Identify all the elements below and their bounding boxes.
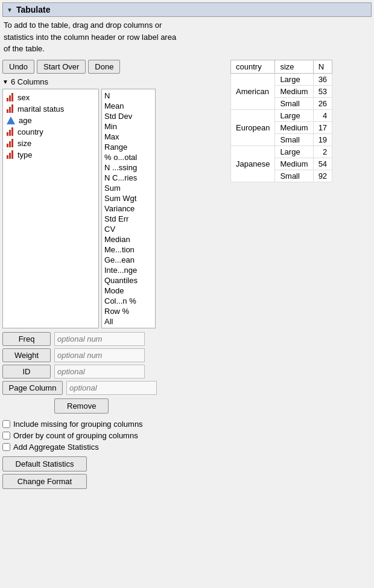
order-checkbox[interactable] [2, 432, 10, 439]
page-column-button[interactable]: Page Column [2, 381, 63, 395]
list-item[interactable]: Min [102, 121, 155, 132]
bar-chart-icon [7, 104, 15, 113]
list-item[interactable]: marital status [5, 103, 96, 115]
missing-checkbox-row[interactable]: Include missing for grouping columns [2, 420, 226, 429]
size-cell: Medium [275, 121, 313, 133]
list-item[interactable]: Inte...nge [102, 265, 155, 275]
list-item[interactable]: Max [102, 132, 155, 142]
page-column-input[interactable] [66, 381, 157, 395]
list-item[interactable]: country [5, 126, 96, 138]
remove-row: Remove [2, 397, 226, 414]
list-item[interactable]: type [5, 149, 96, 161]
right-panel: country size N American Large 36 Medium … [230, 60, 372, 489]
column-name: type [17, 150, 33, 159]
main-panel: ▼ Tabulate To add to the table, drag and… [0, 0, 374, 491]
bottom-buttons: Default Statistics Change Format [2, 456, 226, 489]
list-item[interactable]: N ...ssing [102, 162, 155, 173]
list-item[interactable]: Sum Wgt [102, 193, 155, 203]
size-cell: Medium [275, 85, 313, 97]
column-name: age [19, 116, 32, 125]
bar-chart-icon [7, 93, 15, 101]
weight-input[interactable] [54, 348, 145, 362]
default-stats-button[interactable]: Default Statistics [2, 456, 87, 471]
list-item[interactable]: Variance [102, 203, 155, 214]
undo-button[interactable]: Undo [2, 60, 34, 74]
aggregate-label: Add Aggregate Statistics [13, 443, 99, 452]
id-input[interactable] [54, 365, 145, 379]
bar-chart-icon [7, 150, 15, 159]
list-item[interactable]: Mode [102, 286, 155, 296]
n-cell: 53 [313, 85, 332, 97]
freq-button[interactable]: Freq [2, 332, 51, 346]
list-item[interactable]: CV [102, 224, 155, 234]
order-label: Order by count of grouping columns [13, 431, 138, 440]
list-item[interactable]: Range [102, 142, 155, 152]
size-cell: Small [275, 97, 313, 109]
title-bar: ▼ Tabulate [2, 2, 372, 17]
table-row: European Large 4 [231, 109, 332, 121]
list-item[interactable]: Me...tion [102, 244, 155, 255]
list-item[interactable]: Std Dev [102, 111, 155, 121]
content-area: Undo Start Over Done ▼ 6 Columns sex [2, 60, 372, 489]
table-row: Japanese Large 2 [231, 145, 332, 158]
n-cell: 2 [313, 145, 332, 158]
column-name: size [17, 139, 31, 148]
missing-checkbox[interactable] [2, 420, 10, 428]
col-country-header: country [231, 60, 275, 73]
column-list: sex marital status age [2, 89, 99, 328]
controls-area: Freq Weight ID Page Column Remove [2, 332, 226, 414]
columns-arrow-icon: ▼ [2, 78, 8, 85]
weight-button[interactable]: Weight [2, 348, 51, 362]
list-item[interactable]: Std Err [102, 214, 155, 224]
country-cell: European [231, 109, 275, 145]
id-button[interactable]: ID [2, 365, 51, 379]
list-item[interactable]: % o...otal [102, 152, 155, 162]
list-item[interactable]: Mean [102, 101, 155, 111]
column-name: sex [17, 93, 30, 102]
n-cell: 54 [313, 158, 332, 170]
aggregate-checkbox-row[interactable]: Add Aggregate Statistics [2, 443, 226, 452]
n-cell: 92 [313, 170, 332, 182]
list-item[interactable]: Sum [102, 183, 155, 193]
aggregate-checkbox[interactable] [2, 443, 10, 451]
list-item[interactable]: Row % [102, 306, 155, 316]
columns-count: 6 Columns [11, 77, 48, 86]
list-item[interactable]: All [102, 316, 155, 327]
list-item[interactable]: age [5, 115, 96, 126]
size-cell: Large [275, 145, 313, 158]
start-over-button[interactable]: Start Over [37, 60, 86, 74]
order-checkbox-row[interactable]: Order by count of grouping columns [2, 431, 226, 440]
table-header-row: country size N [231, 60, 332, 73]
weight-row: Weight [2, 348, 226, 362]
country-cell: American [231, 73, 275, 109]
change-format-button[interactable]: Change Format [2, 474, 87, 489]
list-item[interactable]: Median [102, 234, 155, 244]
remove-button[interactable]: Remove [54, 398, 109, 414]
column-name: marital status [17, 104, 64, 113]
list-item[interactable]: N C...ries [102, 173, 155, 183]
list-item[interactable]: size [5, 138, 96, 149]
collapse-icon[interactable]: ▼ [7, 7, 13, 13]
size-cell: Small [275, 133, 313, 145]
list-item[interactable]: sex [5, 92, 96, 103]
col-size-header: size [275, 60, 313, 73]
freq-input[interactable] [54, 332, 145, 346]
size-cell: Medium [275, 158, 313, 170]
columns-label: ▼ 6 Columns [2, 77, 226, 86]
n-cell: 4 [313, 109, 332, 121]
size-cell: Large [275, 109, 313, 121]
list-item[interactable]: Col...n % [102, 296, 155, 306]
n-cell: 26 [313, 97, 332, 109]
missing-label: Include missing for grouping columns [13, 420, 143, 429]
list-item[interactable]: Quantiles [102, 275, 155, 286]
n-cell: 36 [313, 73, 332, 85]
n-cell: 17 [313, 121, 332, 133]
bar-chart-icon [7, 127, 15, 136]
done-button[interactable]: Done [88, 60, 120, 74]
list-item[interactable]: N [102, 91, 155, 101]
toolbar: Undo Start Over Done [2, 60, 226, 74]
bar-chart-icon [7, 139, 15, 147]
triangle-icon [7, 117, 15, 124]
list-item[interactable]: Ge...ean [102, 255, 155, 265]
col-n-header: N [313, 60, 332, 73]
